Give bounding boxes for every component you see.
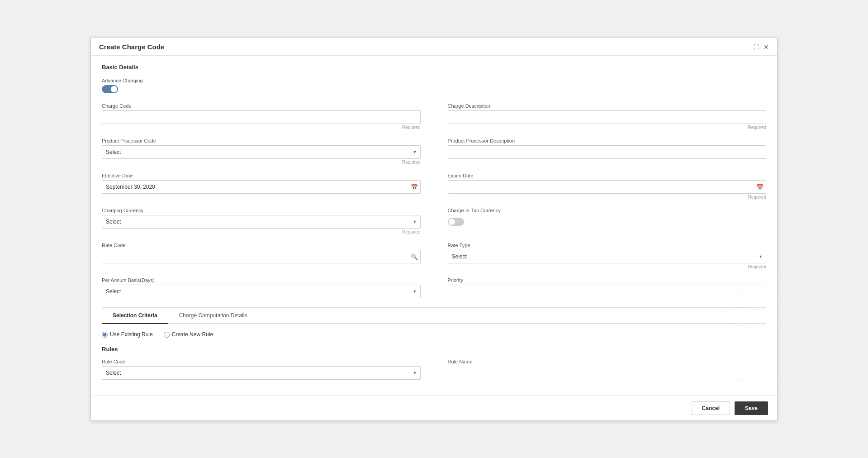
basic-details-section: Basic Details Advance Charging Charge Co… bbox=[102, 64, 766, 298]
rate-type-select-wrapper: Select bbox=[448, 250, 767, 263]
tab-charge-computation[interactable]: Charge Computation Details bbox=[168, 308, 258, 324]
charge-in-txn-label: Charge In Txn Currency bbox=[448, 208, 767, 213]
charge-code-required: Required bbox=[102, 125, 421, 130]
cancel-button[interactable]: Cancel bbox=[692, 401, 730, 415]
expiry-date-label: Expiry Date bbox=[448, 173, 767, 178]
product-processor-code-select-wrapper: Select bbox=[102, 145, 421, 159]
expiry-date-wrap: 📅 bbox=[448, 180, 767, 194]
tabs-row: Selection Criteria Charge Computation De… bbox=[102, 308, 766, 324]
effective-date-wrap: 📅 bbox=[102, 180, 421, 194]
rules-section: Rules Rule Code Select Rule Name bbox=[102, 346, 766, 380]
advance-charging-toggle[interactable] bbox=[102, 85, 118, 93]
charging-currency-select-wrapper: Select bbox=[102, 215, 421, 229]
create-new-rule-label: Create New Rule bbox=[172, 331, 213, 338]
per-annum-field: Per Annum Basis(Days) Select bbox=[102, 277, 421, 298]
radio-group: Use Existing Rule Create New Rule bbox=[102, 331, 766, 338]
charge-description-field: Charge Description Required bbox=[448, 103, 767, 130]
save-button[interactable]: Save bbox=[735, 401, 768, 415]
create-new-rule-radio[interactable] bbox=[164, 332, 170, 338]
advance-charging-label: Advance Charging bbox=[102, 78, 766, 83]
effective-date-input[interactable] bbox=[102, 180, 421, 194]
expiry-date-input[interactable] bbox=[448, 180, 767, 194]
rule-code-label: Rule Code bbox=[102, 359, 421, 364]
rate-type-label: Rate Type bbox=[448, 243, 767, 248]
use-existing-rule-label: Use Existing Rule bbox=[110, 331, 153, 338]
charge-description-label: Charge Description bbox=[448, 103, 767, 109]
charge-code-input[interactable] bbox=[102, 110, 421, 124]
modal-footer: Cancel Save bbox=[91, 396, 777, 420]
charge-code-label: Charge Code bbox=[102, 103, 421, 109]
charging-currency-field: Charging Currency Select Required bbox=[102, 208, 421, 234]
priority-label: Priority bbox=[448, 277, 767, 283]
priority-field: Priority bbox=[448, 277, 767, 298]
per-annum-label: Per Annum Basis(Days) bbox=[102, 277, 421, 283]
charging-currency-label: Charging Currency bbox=[102, 208, 421, 213]
effective-date-label: Effective Date bbox=[102, 173, 421, 178]
rate-type-field: Rate Type Select Required bbox=[448, 243, 767, 269]
header-icons: ⛶ ✕ bbox=[754, 43, 769, 51]
modal-header: Create Charge Code ⛶ ✕ bbox=[91, 38, 777, 56]
create-new-rule-option[interactable]: Create New Rule bbox=[164, 331, 213, 338]
charging-currency-select[interactable]: Select bbox=[102, 215, 421, 229]
tab-selection-criteria[interactable]: Selection Criteria bbox=[102, 308, 168, 324]
product-processor-code-select[interactable]: Select bbox=[102, 145, 421, 159]
rule-code-select-wrapper: Select bbox=[102, 366, 421, 380]
use-existing-rule-option[interactable]: Use Existing Rule bbox=[102, 331, 153, 338]
rules-grid: Rule Code Select Rule Name bbox=[102, 359, 766, 380]
rate-type-required: Required bbox=[448, 264, 767, 269]
create-charge-code-modal: Create Charge Code ⛶ ✕ Basic Details Adv… bbox=[90, 37, 778, 421]
rate-code-label: Rate Code bbox=[102, 243, 421, 248]
rule-code-select[interactable]: Select bbox=[102, 366, 421, 380]
rule-name-field: Rule Name bbox=[448, 359, 767, 380]
rule-code-field: Rule Code Select bbox=[102, 359, 421, 380]
rate-code-input-wrap: 🔍 bbox=[102, 250, 421, 263]
rate-code-input[interactable] bbox=[102, 250, 421, 263]
close-icon[interactable]: ✕ bbox=[764, 43, 769, 51]
charge-in-txn-field: Charge In Txn Currency bbox=[448, 208, 767, 234]
charge-in-txn-toggle[interactable] bbox=[448, 218, 464, 226]
priority-input[interactable] bbox=[448, 285, 767, 298]
rules-section-title: Rules bbox=[102, 346, 766, 353]
charge-description-input[interactable] bbox=[448, 110, 767, 124]
effective-date-calendar-icon[interactable]: 📅 bbox=[411, 184, 418, 191]
charge-description-required: Required bbox=[448, 125, 767, 130]
product-processor-desc-field: Product Processor Description bbox=[448, 138, 767, 165]
rate-type-select[interactable]: Select bbox=[448, 250, 767, 263]
expiry-date-field: Expiry Date 📅 Required bbox=[448, 173, 767, 200]
basic-details-title: Basic Details bbox=[102, 64, 766, 71]
per-annum-select-wrapper: Select bbox=[102, 285, 421, 298]
modal-title: Create Charge Code bbox=[99, 43, 164, 51]
use-existing-rule-radio[interactable] bbox=[102, 332, 108, 338]
rate-code-field: Rate Code 🔍 bbox=[102, 243, 421, 269]
expiry-date-calendar-icon[interactable]: 📅 bbox=[756, 184, 764, 191]
product-processor-desc-label: Product Processor Description bbox=[448, 138, 767, 143]
charging-currency-required: Required bbox=[102, 229, 421, 234]
charge-code-field: Charge Code Required bbox=[102, 103, 421, 130]
product-processor-code-required: Required bbox=[102, 160, 421, 165]
expiry-date-required: Required bbox=[448, 195, 767, 200]
rate-code-search-icon[interactable]: 🔍 bbox=[411, 253, 418, 260]
rule-name-label: Rule Name bbox=[448, 359, 767, 364]
modal-body: Basic Details Advance Charging Charge Co… bbox=[91, 56, 777, 420]
effective-date-field: Effective Date 📅 bbox=[102, 173, 421, 200]
product-processor-code-label: Product Processor Code bbox=[102, 138, 421, 143]
product-processor-desc-input[interactable] bbox=[448, 145, 767, 159]
per-annum-select[interactable]: Select bbox=[102, 285, 421, 298]
expand-icon[interactable]: ⛶ bbox=[754, 44, 759, 50]
product-processor-code-field: Product Processor Code Select Required bbox=[102, 138, 421, 165]
